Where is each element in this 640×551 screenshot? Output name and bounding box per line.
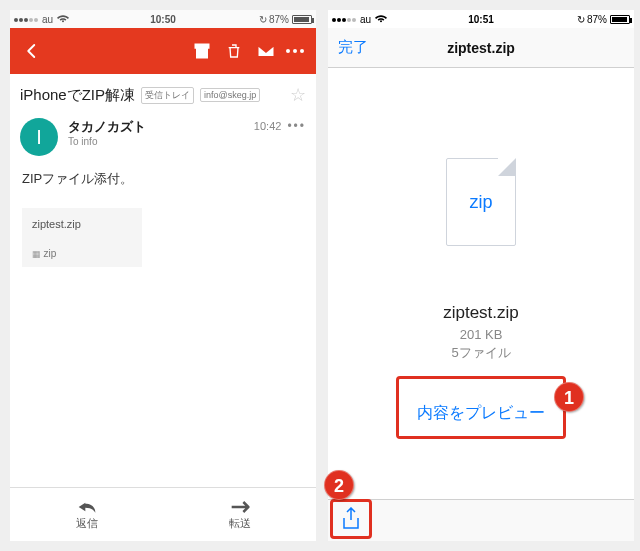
clock: 10:50 — [10, 14, 316, 25]
preview-area: zip ziptest.zip 201 KB 5ファイル 内容をプレビュー 1 — [328, 68, 634, 499]
gmail-screen: au 10:50 ↻ 87% iPhoneでZIP解凍 受信トレイ info — [10, 10, 316, 541]
subject-row: iPhoneでZIP解凍 受信トレイ info@skeg.jp ☆ — [10, 74, 316, 114]
battery-icon — [292, 15, 312, 24]
status-bar: au 10:51 ↻ 87% — [328, 10, 634, 28]
email-subject: iPhoneでZIP解凍 — [20, 86, 135, 105]
sender-menu-button[interactable]: ••• — [287, 118, 306, 133]
highlight-share — [330, 499, 372, 539]
file-name: ziptest.zip — [443, 303, 519, 323]
sender-avatar: I — [20, 118, 58, 156]
reply-bar: 返信 転送 — [10, 487, 316, 541]
bottom-toolbar: 2 — [328, 499, 634, 541]
attachment-filename: ziptest.zip — [32, 218, 132, 230]
more-menu-button[interactable] — [286, 49, 304, 53]
star-button[interactable]: ☆ — [290, 84, 306, 106]
forward-button[interactable]: 転送 — [163, 488, 316, 541]
gmail-toolbar — [10, 28, 316, 74]
to-line: To info — [68, 136, 146, 147]
attachment-card[interactable]: ziptest.zip zip — [22, 208, 142, 267]
annotation-2: 2 — [324, 470, 354, 500]
archive-button[interactable] — [186, 35, 218, 67]
back-button[interactable] — [16, 35, 48, 67]
clock: 10:51 — [328, 14, 634, 25]
battery-icon — [610, 15, 630, 24]
status-bar: au 10:50 ↻ 87% — [10, 10, 316, 28]
nav-bar: 完了 ziptest.zip — [328, 28, 634, 68]
doc-type-label: zip — [469, 192, 492, 213]
annotation-1: 1 — [554, 382, 584, 412]
reply-button[interactable]: 返信 — [10, 488, 163, 541]
attachment-type: zip — [32, 248, 132, 259]
email-body: ZIPファイル添付。 — [10, 166, 316, 192]
label-address[interactable]: info@skeg.jp — [200, 88, 260, 102]
label-inbox[interactable]: 受信トレイ — [141, 87, 194, 104]
highlight-preview: 内容をプレビュー — [396, 376, 566, 439]
forward-label: 転送 — [229, 516, 251, 531]
send-time: 10:42 — [254, 118, 282, 132]
file-count: 5ファイル — [451, 344, 510, 362]
document-icon: zip — [446, 158, 516, 246]
nav-title: ziptest.zip — [328, 40, 634, 56]
sender-name: タカノカズト — [68, 118, 146, 136]
zip-preview-screen: au 10:51 ↻ 87% 完了 ziptest.zip zip ziptes… — [328, 10, 634, 541]
share-button[interactable] — [333, 502, 369, 536]
reply-label: 返信 — [76, 516, 98, 531]
file-size: 201 KB — [460, 327, 503, 342]
mark-unread-button[interactable] — [250, 35, 282, 67]
preview-contents-button[interactable]: 内容をプレビュー — [399, 391, 563, 436]
sender-row[interactable]: I タカノカズト To info 10:42 ••• — [10, 114, 316, 166]
delete-button[interactable] — [218, 35, 250, 67]
